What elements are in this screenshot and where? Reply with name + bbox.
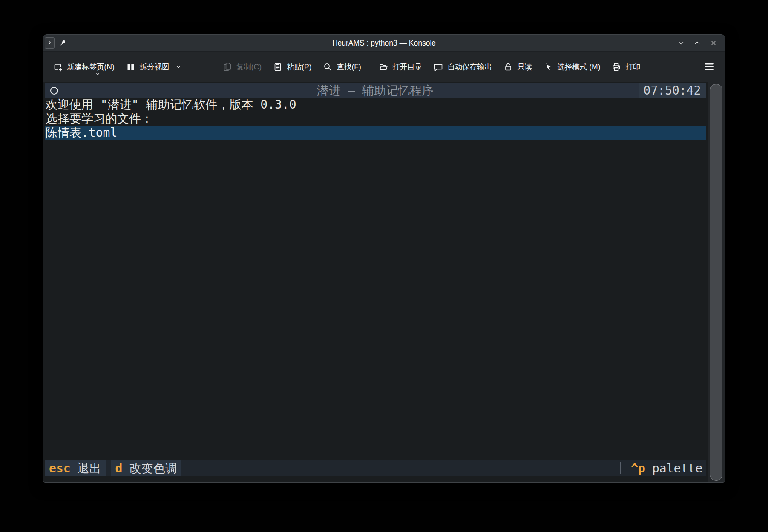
- scrollbar-thumb[interactable]: [710, 84, 722, 481]
- key-esc: esc: [49, 461, 71, 475]
- footer-binding-change-theme[interactable]: d改变色调: [111, 460, 181, 476]
- folder-open-icon: [378, 62, 388, 72]
- hamburger-menu-icon: [704, 61, 715, 72]
- toolbar-find-button[interactable]: 查找(F)...: [322, 62, 367, 72]
- copy-icon: [222, 62, 233, 72]
- window-controls: [678, 40, 725, 46]
- footer-command-palette[interactable]: ^ppalette: [627, 460, 706, 476]
- close-button[interactable]: [710, 40, 717, 46]
- toolbar-autosave-output-button[interactable]: 自动保存输出: [433, 62, 492, 72]
- output-bubble-icon: [433, 62, 443, 72]
- toolbar-label: 粘贴(P): [287, 62, 311, 72]
- palette-label: palette: [652, 461, 702, 475]
- tab-new-icon: [53, 62, 63, 72]
- toolbar-print-button[interactable]: 打印: [611, 62, 640, 72]
- toolbar-label: 拆分视图: [140, 62, 170, 72]
- toolbar-label: 查找(F)...: [337, 62, 367, 72]
- toolbar-label: 自动保存输出: [447, 62, 492, 72]
- app-header-circle-icon[interactable]: [50, 87, 58, 95]
- binding-label: 退出: [78, 460, 101, 477]
- expand-toolbox-button[interactable]: [45, 37, 55, 49]
- chevron-right-icon: [47, 40, 52, 46]
- toolbar-copy-button: 复制(C): [222, 62, 262, 72]
- pin-icon[interactable]: [59, 39, 66, 47]
- chevron-down-icon: [678, 40, 685, 46]
- toolbar-menu-button[interactable]: [704, 61, 715, 72]
- toolbar-new-tab-button[interactable]: 新建标签页(N): [53, 62, 115, 72]
- toolbar-read-only-button[interactable]: 只读: [503, 62, 532, 72]
- key-d: d: [115, 461, 123, 475]
- minimize-button[interactable]: [678, 40, 685, 46]
- toolbar: 新建标签页(N) 拆分视图 复制(C) 粘贴(P): [43, 52, 725, 82]
- toolbar-select-mode-button[interactable]: 选择模式 (M): [543, 62, 600, 72]
- cursor-icon: [543, 62, 553, 72]
- terminal-line-welcome: 欢迎使用 "潜进" 辅助记忆软件，版本 0.3.0: [45, 98, 706, 112]
- app-header: 潜进 – 辅助记忆程序 07:50:42: [45, 83, 706, 98]
- popup-arrow-icon: [95, 72, 100, 76]
- toolbar-open-directory-button[interactable]: 打开目录: [378, 62, 422, 72]
- window-title: HeurAMS : python3 — Konsole: [332, 35, 436, 52]
- toolbar-label: 打印: [625, 62, 640, 72]
- toolbar-paste-button[interactable]: 粘贴(P): [273, 62, 311, 72]
- chevron-up-icon: [694, 40, 701, 46]
- close-icon: [710, 40, 717, 46]
- footer-binding-quit[interactable]: esc退出: [45, 460, 106, 476]
- tui-app: 潜进 – 辅助记忆程序 07:50:42 欢迎使用 "潜进" 辅助记忆软件，版本…: [45, 83, 706, 140]
- binding-label: 改变色调: [129, 460, 177, 477]
- konsole-window: HeurAMS : python3 — Konsole 新建标签页(N): [43, 34, 725, 483]
- footer-spacer: [187, 460, 620, 476]
- toolbar-split-view-button[interactable]: 拆分视图: [126, 62, 181, 72]
- search-icon: [322, 62, 333, 72]
- file-list-item-selected[interactable]: 陈情表.toml: [45, 126, 706, 140]
- printer-icon: [611, 62, 621, 72]
- maximize-button[interactable]: [694, 40, 701, 46]
- terminal-area[interactable]: 潜进 – 辅助记忆程序 07:50:42 欢迎使用 "潜进" 辅助记忆软件，版本…: [43, 82, 725, 483]
- titlebar[interactable]: HeurAMS : python3 — Konsole: [43, 35, 725, 52]
- lock-open-icon: [503, 62, 513, 72]
- key-ctrl-p: ^p: [631, 461, 645, 475]
- scrollbar[interactable]: [708, 82, 725, 483]
- toolbar-label: 打开目录: [392, 62, 422, 72]
- toolbar-label: 只读: [517, 62, 532, 72]
- terminal-line-prompt: 选择要学习的文件：: [45, 112, 706, 126]
- app-title: 潜进 – 辅助记忆程序: [317, 83, 434, 98]
- chevron-down-icon: [175, 64, 181, 70]
- toolbar-label: 复制(C): [236, 62, 262, 72]
- app-footer: esc退出 d改变色调 ^ppalette: [45, 460, 706, 476]
- titlebar-left-tools: [43, 37, 66, 49]
- toolbar-label: 选择模式 (M): [557, 62, 600, 72]
- app-clock: 07:50:42: [639, 83, 706, 98]
- footer-divider: [620, 462, 621, 474]
- paste-icon: [273, 62, 283, 72]
- toolbar-label: 新建标签页(N): [67, 62, 115, 72]
- split-view-icon: [126, 62, 136, 72]
